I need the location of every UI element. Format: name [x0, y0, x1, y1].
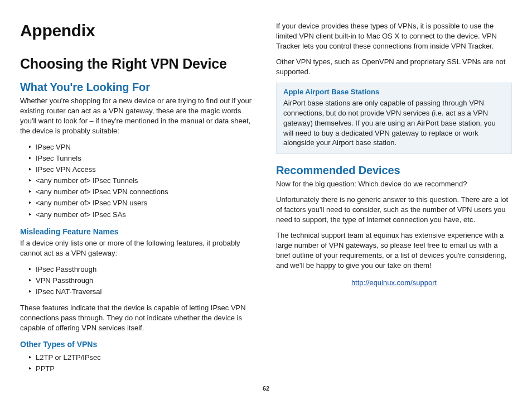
callout-airport: Apple Airport Base Stations AirPort base… — [276, 83, 512, 155]
list-item: VPN Passthrough — [28, 275, 256, 286]
subsection-other-vpns: Other Types of VPNs — [20, 340, 256, 349]
paragraph-rec-contact: The technical support team at equinux ha… — [276, 230, 512, 271]
list-item: PPTP — [28, 363, 256, 374]
list-item: IPsec Passthrough — [28, 264, 256, 275]
paragraph-misleading-after: These features indicate that the device … — [20, 303, 256, 333]
list-vpn-keywords: IPsec VPN IPsec Tunnels IPsec VPN Access… — [28, 142, 256, 220]
paragraph-looking-for: Whether you're shopping for a new device… — [20, 96, 256, 136]
list-item: <any number of> IPsec SAs — [28, 209, 256, 220]
section-heading: Choosing the Right VPN Device — [20, 56, 256, 72]
list-item: <any number of> IPsec VPN connections — [28, 186, 256, 198]
left-column: Appendix Choosing the Right VPN Device W… — [20, 21, 256, 380]
list-item: <any number of> IPsec VPN users — [28, 198, 256, 209]
callout-body: AirPort base stations are only capable o… — [283, 98, 505, 148]
paragraph-builtin-client: If your device provides these types of V… — [276, 21, 512, 51]
list-item: <any number of> IPsec Tunnels — [28, 175, 256, 186]
paragraph-rec-factors: Unfortunately there is no generic answer… — [276, 195, 512, 225]
support-link[interactable]: http://equinux.com/support — [276, 278, 512, 287]
paragraph-rec-q: Now for the big question: Which device d… — [276, 179, 512, 189]
list-item: IPsec Tunnels — [28, 153, 256, 164]
subsection-looking-for: What You're Looking For — [20, 81, 256, 94]
list-item: L2TP or L2TP/IPsec — [28, 352, 256, 363]
list-misleading: IPsec Passthrough VPN Passthrough IPsec … — [28, 264, 256, 297]
paragraph-misleading: If a device only lists one or more of th… — [20, 238, 256, 258]
paragraph-unsupported: Other VPN types, such as OpenVPN and pro… — [276, 57, 512, 77]
callout-title: Apple Airport Base Stations — [283, 88, 505, 96]
list-other-vpns: L2TP or L2TP/IPsec PPTP — [28, 352, 256, 374]
list-item: IPsec VPN Access — [28, 164, 256, 175]
page-number: 62 — [0, 385, 532, 392]
list-item: IPsec NAT-Traversal — [28, 286, 256, 297]
list-item: IPsec VPN — [28, 142, 256, 153]
subsection-recommended: Recommended Devices — [276, 164, 512, 177]
right-column: If your device provides these types of V… — [276, 21, 512, 380]
subsection-misleading: Misleading Feature Names — [20, 227, 256, 236]
appendix-heading: Appendix — [20, 21, 256, 40]
